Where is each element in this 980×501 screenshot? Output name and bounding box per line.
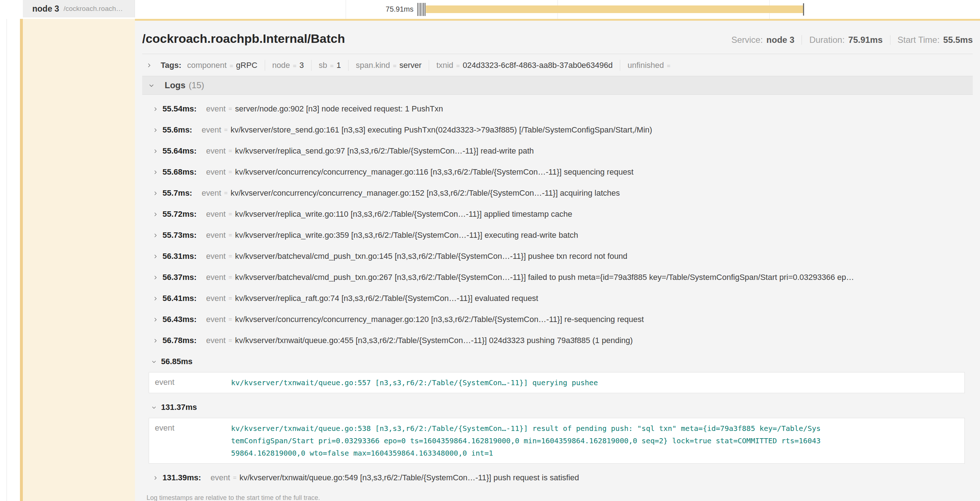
chevron-right-icon: [153, 212, 158, 217]
span-name-tab[interactable]: node 3 /cockroach.roach…: [23, 0, 135, 18]
log-row[interactable]: 55.6ms: event = kv/kvserver/store_send.g…: [142, 120, 973, 140]
span-color-stripe: [20, 0, 23, 501]
service-value: node 3: [766, 35, 794, 45]
log-field-key: event: [155, 422, 231, 459]
expanded-log-detail: event kv/kvserver/txnwait/queue.go:557 […: [149, 372, 965, 393]
log-field-value: kv/kvserver/txnwait/queue.go:455 [n3,s3,…: [235, 336, 633, 345]
log-field-value: kv/kvserver/replica_send.go:97 [n3,s3,r6…: [235, 146, 534, 156]
log-tick-mark-end: [803, 3, 804, 16]
log-timestamp: 55.7ms:: [162, 188, 192, 198]
span-duration-bar[interactable]: [426, 5, 803, 13]
log-row[interactable]: 56.78ms: event = kv/kvserver/txnwait/que…: [142, 330, 973, 351]
span-operation-name: /cockroach.roach…: [64, 5, 123, 13]
tags-label: Tags:: [161, 61, 181, 70]
timeline-gridline: [346, 0, 346, 19]
tag-txnid: txnid = 024d3323-6c8f-4863-aa8b-37ab0e63…: [436, 61, 612, 70]
chevron-right-icon: [153, 296, 158, 301]
span-duration-label: 75.91ms: [355, 5, 414, 13]
log-row[interactable]: 55.54ms: event = server/node.go:902 [n3]…: [142, 98, 973, 120]
log-timestamp: 55.64ms:: [162, 146, 197, 156]
log-row[interactable]: 55.7ms: event = kv/kvserver/concurrency/…: [142, 183, 973, 204]
trace-timeline-row[interactable]: node 3 /cockroach.roach… 75.91ms: [0, 0, 980, 19]
service-label: Service:: [731, 35, 763, 45]
chevron-right-icon: [153, 275, 158, 280]
log-field-value: kv/kvserver/replica_raft.go:74 [n3,s3,r6…: [235, 294, 538, 303]
chevron-down-icon: [152, 405, 156, 410]
log-field-key: event: [206, 168, 226, 177]
log-timestamp: 55.72ms:: [162, 209, 197, 219]
expanded-log-header[interactable]: 131.37ms: [142, 397, 973, 418]
log-timestamp: 55.54ms:: [162, 104, 197, 113]
log-field-value: kv/kvserver/replica_write.go:359 [n3,s3,…: [235, 231, 578, 240]
log-row[interactable]: 56.37ms: event = kv/kvserver/batcheval/c…: [142, 267, 973, 288]
log-field-key: event: [206, 231, 226, 240]
log-row[interactable]: 55.64ms: event = kv/kvserver/replica_sen…: [142, 140, 973, 161]
log-field-value: kv/kvserver/concurrency/concurrency_mana…: [235, 315, 644, 324]
log-timestamp: 55.73ms:: [162, 231, 197, 240]
chevron-right-icon: [153, 254, 158, 259]
logs-title: Logs: [165, 80, 185, 90]
tag-divider: [348, 60, 348, 71]
start-time-label: Start Time:: [898, 35, 940, 45]
log-row[interactable]: 55.68ms: event = kv/kvserver/concurrency…: [142, 161, 973, 183]
span-service-name: node 3: [32, 4, 59, 14]
log-field-value: kv/kvserver/concurrency/concurrency_mana…: [235, 168, 634, 177]
log-row[interactable]: 55.73ms: event = kv/kvserver/replica_wri…: [142, 225, 973, 246]
tags-chevron-right-icon[interactable]: [146, 63, 152, 68]
trace-page: node 3 /cockroach.roach… 75.91ms /cockro…: [0, 0, 980, 501]
log-field-value: kv/kvserver/batcheval/cmd_push_txn.go:14…: [235, 252, 627, 261]
tag-divider: [429, 60, 429, 71]
tag-divider: [311, 60, 312, 71]
tag-node: node = 3: [272, 61, 304, 70]
tag-component: component = gRPC: [187, 61, 257, 70]
log-timestamp: 131.37ms: [161, 403, 197, 412]
span-meta: Service: node 3 Duration: 75.91ms Start …: [731, 35, 973, 45]
log-row[interactable]: 55.72ms: event = kv/kvserver/replica_wri…: [142, 204, 973, 225]
span-detail-panel: /cockroach.roachpb.Internal/Batch Servic…: [135, 21, 980, 501]
chevron-right-icon: [153, 475, 158, 480]
log-timestamp: 56.43ms:: [162, 315, 197, 324]
log-timestamp: 55.68ms:: [162, 168, 197, 177]
logs-count: (15): [189, 80, 204, 90]
log-field-key: event: [206, 336, 226, 345]
chevron-right-icon: [153, 233, 158, 238]
duration-label: Duration:: [809, 35, 844, 45]
log-field-value: kv/kvserver/txnwait/queue.go:557 [n3,s3,…: [231, 377, 824, 389]
log-field-value: kv/kvserver/store_send.go:161 [n3,s3] ex…: [231, 125, 652, 135]
logs-footer-note: Log timestamps are relative to the start…: [146, 494, 973, 501]
tag-divider: [265, 60, 265, 71]
log-row[interactable]: 56.31ms: event = kv/kvserver/batcheval/c…: [142, 246, 973, 267]
log-field-value: kv/kvserver/concurrency/concurrency_mana…: [231, 188, 620, 198]
log-row[interactable]: 56.41ms: event = kv/kvserver/replica_raf…: [142, 288, 973, 309]
log-field-key: event: [206, 273, 226, 282]
span-row-highlight-panel: [23, 18, 135, 501]
log-row[interactable]: 56.43ms: event = kv/kvserver/concurrency…: [142, 309, 973, 330]
log-field-key: event: [206, 146, 226, 156]
logs-section-header[interactable]: Logs (15): [142, 76, 973, 95]
log-timestamp: 131.39ms:: [162, 473, 201, 482]
chevron-right-icon: [153, 149, 158, 153]
logs-chevron-down-icon[interactable]: [149, 83, 154, 88]
log-field-key: event: [155, 377, 231, 389]
chevron-right-icon: [153, 170, 158, 175]
log-field-value: kv/kvserver/txnwait/queue.go:549 [n3,s3,…: [239, 473, 579, 482]
log-row[interactable]: 131.39ms: event = kv/kvserver/txnwait/qu…: [142, 467, 973, 488]
tree-gutter-line: [6, 0, 7, 501]
start-time-value: 55.5ms: [943, 35, 973, 45]
chevron-down-icon: [152, 359, 156, 364]
chevron-right-icon: [153, 107, 158, 112]
log-field-key: event: [206, 315, 226, 324]
span-detail-title: /cockroach.roachpb.Internal/Batch: [142, 32, 345, 46]
log-field-key: event: [202, 188, 221, 198]
log-timestamp: 56.78ms:: [162, 336, 197, 345]
log-timestamp: 56.41ms:: [162, 294, 197, 303]
tags-row[interactable]: Tags: component = gRPC node = 3 sb = 1 s…: [142, 54, 973, 76]
log-field-key: event: [210, 473, 230, 482]
meta-divider: [890, 35, 891, 45]
meta-divider: [802, 35, 802, 45]
log-field-key: event: [206, 104, 226, 113]
expanded-log-header[interactable]: 56.85ms: [142, 351, 973, 372]
log-field-key: event: [206, 252, 226, 261]
chevron-right-icon: [153, 191, 158, 196]
log-field-value: kv/kvserver/txnwait/queue.go:538 [n3,s3,…: [231, 422, 824, 459]
